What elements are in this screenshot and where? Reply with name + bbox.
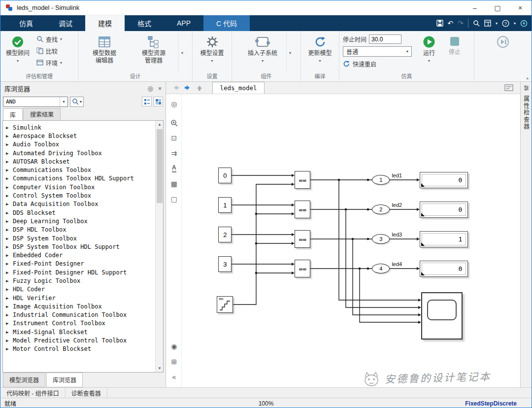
- forward-icon[interactable]: [182, 82, 194, 94]
- simulation-mode-dropdown[interactable]: 普通▾: [343, 46, 412, 57]
- relational-operator-block[interactable]: ==: [295, 171, 310, 189]
- fit-to-view-icon[interactable]: ⊡: [166, 132, 182, 144]
- stop-time-input[interactable]: [369, 34, 401, 44]
- updates-icon[interactable]: [520, 20, 528, 27]
- model-settings-button[interactable]: 模型设置 ▾: [197, 33, 228, 64]
- tree-item[interactable]: ▶DSP System Toolbox HDL Support: [6, 242, 155, 251]
- zoom-in-icon[interactable]: [166, 117, 182, 129]
- tree-item[interactable]: ▶AUTOSAR Blockset: [6, 157, 155, 166]
- auto-arrange-icon[interactable]: ⇉: [166, 147, 182, 159]
- close-panel-icon[interactable]: ×: [158, 85, 162, 92]
- relational-operator-block[interactable]: ==: [295, 201, 310, 218]
- maximize-button[interactable]: ▢: [486, 0, 509, 15]
- tree-item[interactable]: ▶Communications Toolbox: [6, 166, 155, 174]
- find-button[interactable]: 查找▾: [33, 33, 65, 45]
- tree-item[interactable]: ▶Instrument Control Toolbox: [6, 319, 155, 328]
- tree-item[interactable]: ▶Deep Learning Toolbox: [6, 217, 155, 225]
- tab-format[interactable]: 格式: [125, 15, 164, 31]
- display-block[interactable]: 0: [420, 172, 468, 188]
- tree-item[interactable]: ▶Motor Control Blockset: [6, 345, 155, 353]
- undo-icon[interactable]: ↶: [448, 19, 454, 27]
- environment-button[interactable]: 环境▾: [33, 57, 65, 68]
- constant-block[interactable]: 3: [218, 256, 232, 272]
- run-button[interactable]: 运行 ▾: [416, 33, 442, 64]
- tree-item[interactable]: ▶Audio Toolbox: [6, 140, 155, 149]
- constant-block[interactable]: 0: [218, 168, 232, 183]
- tree-item[interactable]: ▶Communications Toolbox HDL Support: [6, 174, 155, 183]
- design-gallery-button[interactable]: ▾: [178, 33, 186, 72]
- tab-c-code[interactable]: C 代码: [203, 15, 250, 31]
- search-icon[interactable]: [473, 20, 480, 27]
- step-forward-button[interactable]: [495, 33, 511, 49]
- minimize-button[interactable]: –: [464, 0, 486, 15]
- property-inspector-strip[interactable]: 属性检查器: [520, 82, 532, 387]
- search-options-button[interactable]: ▾: [70, 97, 84, 107]
- display-block[interactable]: 1: [420, 231, 468, 247]
- tree-item[interactable]: ▶Image Acquisition Toolbox: [6, 302, 155, 310]
- tree-item[interactable]: ▶DSP HDL Toolbox: [6, 226, 155, 234]
- subsystem-badge-icon[interactable]: ⊞: [166, 356, 182, 368]
- model-explorer-button[interactable]: 模型资源管理器: [129, 33, 178, 66]
- tree-item[interactable]: ▶Control System Toolbox: [6, 191, 155, 200]
- model-advisor-button[interactable]: 模型顾问 ▾: [2, 33, 33, 64]
- tree-item[interactable]: ▶HDL Verifier: [6, 294, 155, 302]
- tab-debug[interactable]: 调试: [46, 15, 85, 31]
- scrollbar-thumb[interactable]: [157, 129, 163, 203]
- collapse-ribbon-icon[interactable]: ▴: [526, 75, 529, 80]
- tree-item[interactable]: ▶Fixed-Point Designer: [6, 260, 155, 268]
- back-icon[interactable]: [170, 82, 182, 94]
- annotations-icon[interactable]: [504, 84, 513, 91]
- tree-item[interactable]: ▶HDL Coder: [6, 285, 155, 294]
- tree-item[interactable]: ▶Mixed-Signal Blockset: [6, 328, 155, 336]
- counter-limited-block[interactable]: lim: [217, 296, 233, 313]
- tree-item[interactable]: ▶DSP System Toolbox: [6, 234, 155, 242]
- close-button[interactable]: ×: [509, 0, 532, 15]
- tree-item[interactable]: ▶Aerospace Blockset: [6, 132, 155, 140]
- scroll-down-icon[interactable]: ▼: [156, 365, 163, 372]
- tab-library-browser[interactable]: 库浏览器: [46, 373, 83, 387]
- constant-block[interactable]: 2: [218, 227, 232, 242]
- update-model-button[interactable]: 更新模型 ▾: [304, 33, 336, 64]
- relational-operator-block[interactable]: ==: [295, 230, 310, 248]
- tree-item[interactable]: ▶Simulink: [6, 123, 155, 132]
- tree-item[interactable]: ▶Computer Vision Toolbox: [6, 183, 155, 191]
- tree-item[interactable]: ▶Industrial Communication Toolbox: [6, 311, 155, 319]
- layout-icon[interactable]: [484, 20, 491, 27]
- compare-button[interactable]: 比较: [33, 45, 65, 57]
- stop-button[interactable]: 停止: [442, 33, 467, 57]
- scroll-up-icon[interactable]: ▲: [156, 121, 163, 128]
- constant-block[interactable]: 1: [218, 197, 232, 213]
- tab-library[interactable]: 库: [3, 108, 23, 121]
- up-icon[interactable]: [194, 82, 205, 94]
- scope-block[interactable]: [421, 292, 463, 340]
- annotation-icon[interactable]: A: [166, 163, 182, 174]
- tab-search-results[interactable]: 搜索结果: [23, 108, 61, 120]
- tree-scrollbar[interactable]: ▲ ▼: [155, 121, 163, 372]
- tab-model-browser[interactable]: 模型浏览器: [3, 373, 45, 387]
- tree-item[interactable]: ▶Automated Driving Toolbox: [6, 149, 155, 157]
- grid-view-button[interactable]: [153, 97, 163, 106]
- chevron-down-icon[interactable]: ▾: [514, 21, 516, 26]
- tree-item[interactable]: ▶Data Acquisition Toolbox: [6, 200, 155, 208]
- fast-restart-button[interactable]: 快速重启: [343, 59, 414, 69]
- diagnostic-viewer-button[interactable]: 诊断查看器: [66, 388, 107, 398]
- collapse-browser-icon[interactable]: «: [166, 371, 182, 383]
- tree-item[interactable]: ▶Embedded Coder: [6, 251, 155, 259]
- help-icon[interactable]: ?: [502, 20, 509, 27]
- redo-icon[interactable]: ↷: [458, 19, 464, 27]
- area-icon[interactable]: ▢: [166, 193, 182, 205]
- library-search-combo[interactable]: AND ▾: [3, 97, 68, 107]
- tab-simulation[interactable]: 仿真: [6, 15, 46, 31]
- image-icon[interactable]: ▦: [166, 178, 182, 190]
- chevron-down-icon[interactable]: ▾: [496, 21, 498, 26]
- display-block[interactable]: 0: [420, 261, 468, 277]
- component-gallery-button[interactable]: ▾: [286, 33, 294, 72]
- tree-item[interactable]: ▶DDS Blockset: [6, 208, 155, 217]
- relational-operator-block[interactable]: ==: [295, 260, 310, 277]
- viewmark-icon[interactable]: ◉: [166, 340, 182, 352]
- insert-subsystem-button[interactable]: 插入子系统 ▾: [239, 33, 286, 64]
- tab-modeling[interactable]: 建模: [85, 15, 125, 31]
- code-mappings-button[interactable]: 代码映射 - 组件接口: [0, 388, 66, 398]
- tree-item[interactable]: ▶Fuzzy Logic Toolbox: [6, 276, 155, 285]
- float-panel-icon[interactable]: ◎: [147, 85, 153, 92]
